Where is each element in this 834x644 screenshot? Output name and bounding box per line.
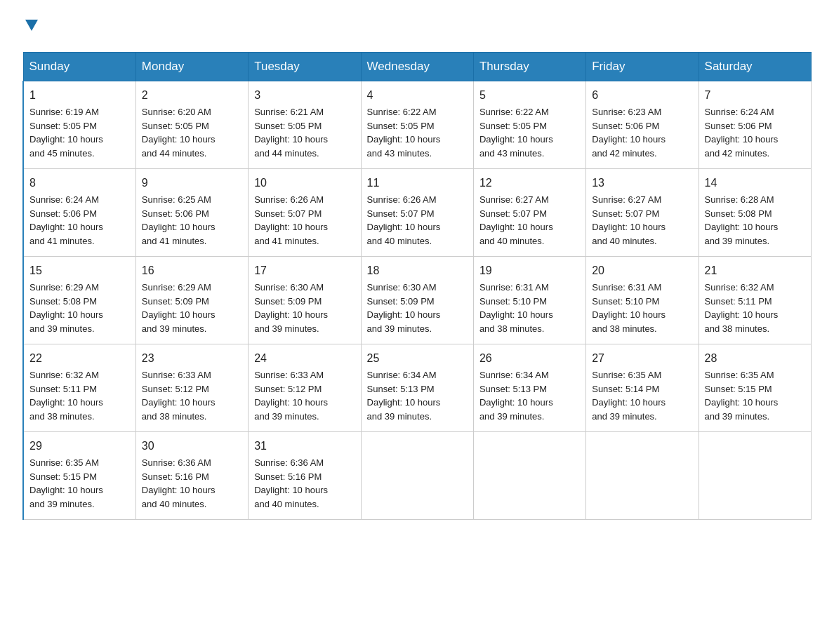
calendar-day-cell: 8 Sunrise: 6:24 AMSunset: 5:06 PMDayligh…: [23, 169, 135, 257]
day-number: 5: [479, 87, 580, 104]
calendar-week-row: 8 Sunrise: 6:24 AMSunset: 5:06 PMDayligh…: [23, 169, 812, 257]
day-info: Sunrise: 6:36 AMSunset: 5:16 PMDaylight:…: [254, 457, 328, 509]
calendar-day-cell: 1 Sunrise: 6:19 AMSunset: 5:05 PMDayligh…: [23, 81, 135, 169]
column-header-monday: Monday: [135, 53, 248, 81]
day-info: Sunrise: 6:26 AMSunset: 5:07 PMDaylight:…: [367, 194, 441, 246]
calendar-day-cell: 24 Sunrise: 6:33 AMSunset: 5:12 PMDaylig…: [249, 344, 361, 432]
day-info: Sunrise: 6:31 AMSunset: 5:10 PMDaylight:…: [479, 282, 553, 334]
calendar-empty-cell: [361, 432, 473, 520]
day-number: 28: [705, 350, 805, 367]
day-number: 7: [705, 87, 805, 104]
calendar-week-row: 1 Sunrise: 6:19 AMSunset: 5:05 PMDayligh…: [23, 81, 812, 169]
day-info: Sunrise: 6:26 AMSunset: 5:07 PMDaylight:…: [254, 194, 328, 246]
column-header-saturday: Saturday: [699, 53, 811, 81]
calendar-empty-cell: [699, 432, 811, 520]
calendar-day-cell: 20 Sunrise: 6:31 AMSunset: 5:10 PMDaylig…: [586, 257, 699, 344]
day-info: Sunrise: 6:34 AMSunset: 5:13 PMDaylight:…: [479, 370, 553, 422]
calendar-day-cell: 13 Sunrise: 6:27 AMSunset: 5:07 PMDaylig…: [586, 169, 699, 257]
day-number: 24: [254, 350, 355, 367]
calendar-day-cell: 12 Sunrise: 6:27 AMSunset: 5:07 PMDaylig…: [473, 169, 585, 257]
calendar-body: 1 Sunrise: 6:19 AMSunset: 5:05 PMDayligh…: [23, 81, 812, 520]
logo: [22, 17, 39, 39]
calendar-week-row: 22 Sunrise: 6:32 AMSunset: 5:11 PMDaylig…: [23, 344, 812, 432]
page-header: [22, 17, 812, 39]
calendar-day-cell: 10 Sunrise: 6:26 AMSunset: 5:07 PMDaylig…: [249, 169, 361, 257]
day-info: Sunrise: 6:33 AMSunset: 5:12 PMDaylight:…: [142, 370, 216, 422]
calendar-day-cell: 25 Sunrise: 6:34 AMSunset: 5:13 PMDaylig…: [361, 344, 473, 432]
day-info: Sunrise: 6:32 AMSunset: 5:11 PMDaylight:…: [705, 282, 779, 334]
calendar-empty-cell: [473, 432, 585, 520]
logo-arrow-icon: [24, 17, 39, 32]
column-header-thursday: Thursday: [473, 53, 585, 81]
day-number: 4: [367, 87, 468, 104]
calendar-day-cell: 2 Sunrise: 6:20 AMSunset: 5:05 PMDayligh…: [135, 81, 248, 169]
day-number: 11: [367, 175, 468, 192]
calendar-day-cell: 30 Sunrise: 6:36 AMSunset: 5:16 PMDaylig…: [135, 432, 248, 520]
calendar-day-cell: 5 Sunrise: 6:22 AMSunset: 5:05 PMDayligh…: [473, 81, 585, 169]
day-info: Sunrise: 6:29 AMSunset: 5:09 PMDaylight:…: [142, 282, 216, 334]
day-info: Sunrise: 6:21 AMSunset: 5:05 PMDaylight:…: [254, 107, 328, 159]
header-row: SundayMondayTuesdayWednesdayThursdayFrid…: [23, 53, 812, 81]
calendar-day-cell: 29 Sunrise: 6:35 AMSunset: 5:15 PMDaylig…: [23, 432, 135, 520]
column-header-wednesday: Wednesday: [361, 53, 473, 81]
day-info: Sunrise: 6:22 AMSunset: 5:05 PMDaylight:…: [367, 107, 441, 159]
day-info: Sunrise: 6:28 AMSunset: 5:08 PMDaylight:…: [705, 194, 779, 246]
day-number: 9: [142, 175, 242, 192]
calendar-day-cell: 3 Sunrise: 6:21 AMSunset: 5:05 PMDayligh…: [249, 81, 361, 169]
day-number: 13: [592, 175, 692, 192]
day-number: 27: [592, 350, 692, 367]
day-info: Sunrise: 6:35 AMSunset: 5:15 PMDaylight:…: [705, 370, 779, 422]
day-number: 2: [142, 87, 242, 104]
column-header-friday: Friday: [586, 53, 699, 81]
day-number: 20: [592, 262, 692, 279]
day-info: Sunrise: 6:30 AMSunset: 5:09 PMDaylight:…: [367, 282, 441, 334]
day-info: Sunrise: 6:29 AMSunset: 5:08 PMDaylight:…: [29, 282, 103, 334]
day-info: Sunrise: 6:35 AMSunset: 5:14 PMDaylight:…: [592, 370, 666, 422]
day-number: 31: [254, 438, 355, 455]
calendar-empty-cell: [586, 432, 699, 520]
column-header-sunday: Sunday: [23, 53, 135, 81]
day-number: 26: [479, 350, 580, 367]
day-number: 25: [367, 350, 468, 367]
day-info: Sunrise: 6:32 AMSunset: 5:11 PMDaylight:…: [29, 370, 103, 422]
day-number: 10: [254, 175, 355, 192]
calendar-day-cell: 11 Sunrise: 6:26 AMSunset: 5:07 PMDaylig…: [361, 169, 473, 257]
calendar-day-cell: 19 Sunrise: 6:31 AMSunset: 5:10 PMDaylig…: [473, 257, 585, 344]
day-info: Sunrise: 6:36 AMSunset: 5:16 PMDaylight:…: [142, 457, 216, 509]
day-number: 18: [367, 262, 468, 279]
day-number: 17: [254, 262, 355, 279]
calendar-day-cell: 15 Sunrise: 6:29 AMSunset: 5:08 PMDaylig…: [23, 257, 135, 344]
day-info: Sunrise: 6:20 AMSunset: 5:05 PMDaylight:…: [142, 107, 216, 159]
day-number: 6: [592, 87, 692, 104]
day-number: 19: [479, 262, 580, 279]
day-number: 23: [142, 350, 242, 367]
day-info: Sunrise: 6:23 AMSunset: 5:06 PMDaylight:…: [592, 107, 666, 159]
day-info: Sunrise: 6:30 AMSunset: 5:09 PMDaylight:…: [254, 282, 328, 334]
day-info: Sunrise: 6:22 AMSunset: 5:05 PMDaylight:…: [479, 107, 553, 159]
day-number: 14: [705, 175, 805, 192]
calendar-day-cell: 27 Sunrise: 6:35 AMSunset: 5:14 PMDaylig…: [586, 344, 699, 432]
calendar-week-row: 15 Sunrise: 6:29 AMSunset: 5:08 PMDaylig…: [23, 257, 812, 344]
calendar-day-cell: 18 Sunrise: 6:30 AMSunset: 5:09 PMDaylig…: [361, 257, 473, 344]
day-number: 22: [29, 350, 130, 367]
calendar-day-cell: 17 Sunrise: 6:30 AMSunset: 5:09 PMDaylig…: [249, 257, 361, 344]
calendar-day-cell: 14 Sunrise: 6:28 AMSunset: 5:08 PMDaylig…: [699, 169, 811, 257]
calendar-day-cell: 28 Sunrise: 6:35 AMSunset: 5:15 PMDaylig…: [699, 344, 811, 432]
day-number: 3: [254, 87, 355, 104]
calendar-day-cell: 26 Sunrise: 6:34 AMSunset: 5:13 PMDaylig…: [473, 344, 585, 432]
calendar-day-cell: 9 Sunrise: 6:25 AMSunset: 5:06 PMDayligh…: [135, 169, 248, 257]
day-info: Sunrise: 6:35 AMSunset: 5:15 PMDaylight:…: [29, 457, 103, 509]
calendar-day-cell: 16 Sunrise: 6:29 AMSunset: 5:09 PMDaylig…: [135, 257, 248, 344]
calendar-day-cell: 31 Sunrise: 6:36 AMSunset: 5:16 PMDaylig…: [249, 432, 361, 520]
day-number: 16: [142, 262, 242, 279]
calendar-day-cell: 4 Sunrise: 6:22 AMSunset: 5:05 PMDayligh…: [361, 81, 473, 169]
calendar-day-cell: 23 Sunrise: 6:33 AMSunset: 5:12 PMDaylig…: [135, 344, 248, 432]
calendar-day-cell: 21 Sunrise: 6:32 AMSunset: 5:11 PMDaylig…: [699, 257, 811, 344]
day-info: Sunrise: 6:25 AMSunset: 5:06 PMDaylight:…: [142, 194, 216, 246]
column-header-tuesday: Tuesday: [249, 53, 361, 81]
day-info: Sunrise: 6:24 AMSunset: 5:06 PMDaylight:…: [705, 107, 779, 159]
day-info: Sunrise: 6:34 AMSunset: 5:13 PMDaylight:…: [367, 370, 441, 422]
day-info: Sunrise: 6:19 AMSunset: 5:05 PMDaylight:…: [29, 107, 103, 159]
calendar-table: SundayMondayTuesdayWednesdayThursdayFrid…: [22, 52, 812, 520]
calendar-day-cell: 6 Sunrise: 6:23 AMSunset: 5:06 PMDayligh…: [586, 81, 699, 169]
